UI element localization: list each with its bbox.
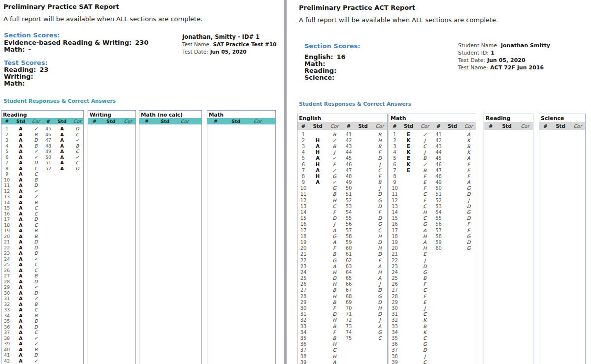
answer-row: 38A✓	[1, 335, 43, 341]
correct-answer: C	[29, 268, 43, 273]
sat-test-date-line: Test Date:Jun 05, 2020	[182, 49, 247, 55]
student-answer: A	[54, 149, 70, 154]
answer-row: 57C	[343, 227, 388, 233]
question-number: 47	[433, 168, 444, 173]
correct-answer: B	[326, 132, 343, 137]
student-answer: E	[400, 168, 417, 173]
student-answer: A	[12, 211, 29, 216]
question-number: 28	[1, 279, 12, 284]
answer-row: 28F	[389, 293, 433, 299]
answer-row: 32AB	[1, 302, 43, 307]
answer-row: 50J	[343, 185, 388, 191]
question-number: 10	[1, 177, 12, 182]
correct-answer: H	[326, 281, 343, 287]
answer-row: 51AC	[43, 160, 84, 166]
answer-row: 17AD	[1, 216, 43, 222]
question-number: 25	[389, 275, 400, 281]
question-number: 9	[389, 180, 400, 185]
score-label: English:	[304, 53, 333, 61]
answer-row: 40AB	[1, 347, 43, 353]
question-number-header: #	[433, 123, 444, 129]
answer-row: 20AB	[1, 234, 43, 240]
student-answer: A	[12, 268, 29, 273]
answer-row: 14H	[389, 209, 433, 215]
answer-row: 49B	[343, 180, 388, 185]
question-number: 20	[389, 245, 400, 251]
student-answer: A	[12, 307, 29, 312]
act-incomplete-note: A full report will be available when ALL…	[299, 16, 498, 24]
question-number: 50	[343, 185, 355, 191]
answer-row: 54F	[343, 209, 388, 215]
answer-row: 29A✓	[1, 284, 43, 290]
question-number: 51	[343, 191, 355, 197]
correct-answer: D	[29, 239, 43, 244]
correct-answer: D	[460, 215, 477, 221]
answer-row: 29B	[297, 299, 343, 305]
question-number: 17	[1, 216, 12, 222]
info-field-label: Test Name:	[458, 64, 488, 71]
student-answer-header: Std	[355, 123, 371, 129]
table-header: #StdCor	[539, 122, 585, 130]
correct-answer: ✓	[70, 137, 84, 143]
student-answer-header: Std	[101, 119, 121, 124]
table-title: Math	[389, 114, 476, 122]
sat-math-nocalc-table: Math (no calc)#StdCor	[139, 110, 202, 364]
student-answer: A	[309, 168, 326, 173]
info-field-value: ACT 72F Jun 2016	[490, 64, 544, 71]
question-number: 18	[1, 222, 12, 228]
correct-answer: J	[417, 354, 433, 359]
question-number: 16	[1, 211, 12, 216]
correct-answer: J	[417, 150, 433, 155]
correct-answer: ✓	[29, 284, 43, 290]
answer-row: 43B	[343, 143, 388, 149]
correct-answer: ✓	[417, 132, 433, 137]
question-number: 6	[1, 154, 12, 160]
question-number: 12	[1, 188, 12, 194]
score-label: Reading:	[4, 66, 36, 73]
question-number: 55	[433, 215, 444, 221]
answer-row: 28H	[297, 293, 343, 299]
student-answer: A	[12, 132, 29, 137]
student-answer: A	[12, 347, 29, 352]
correct-answer: D	[29, 290, 43, 296]
student-answer: A	[309, 155, 326, 161]
answer-row: 27B	[297, 287, 343, 293]
student-answer: A	[12, 324, 29, 330]
correct-answer: F	[326, 245, 343, 251]
answer-row: 22AD	[1, 245, 43, 251]
answer-row: 22J	[389, 257, 433, 263]
question-number: 30	[297, 305, 309, 311]
sat-test-scores-heading: Test Scores:	[4, 59, 48, 66]
correct-answer: B	[29, 273, 43, 278]
answer-row: 34F	[297, 329, 343, 335]
student-answer: A	[12, 200, 29, 205]
answer-row: 35AB	[1, 318, 43, 324]
correct-answer: D	[371, 240, 388, 245]
question-number: 24	[297, 270, 309, 275]
act-score-reading: Reading:	[304, 67, 340, 74]
sat-math-table: Math#StdCor	[207, 110, 276, 364]
question-number: 50	[43, 154, 54, 160]
answer-row: 26AC	[1, 268, 43, 273]
answer-row: 20F	[297, 245, 343, 251]
question-number: 6	[297, 162, 309, 167]
correct-answer: G	[326, 258, 343, 263]
student-answer: K	[400, 150, 417, 155]
question-number: 46	[433, 162, 444, 167]
correct-answer-header: Cor	[417, 123, 433, 129]
pane-divider[interactable]	[284, 0, 287, 364]
question-number: 2	[297, 138, 309, 143]
correct-answer: F	[460, 174, 477, 179]
answer-row: 74G	[343, 329, 388, 335]
student-answer: A	[54, 166, 70, 171]
correct-answer: C	[371, 168, 388, 173]
student-answer: H	[309, 138, 326, 143]
answer-row: 52J	[433, 197, 477, 203]
student-answer: A	[12, 279, 29, 284]
question-number: 37	[297, 347, 309, 353]
correct-answer: H	[326, 270, 343, 275]
answer-row: 9A✓	[297, 180, 343, 185]
student-answer: A	[54, 143, 70, 149]
table-header: #StdCor	[88, 118, 135, 124]
student-answer-header: Std	[12, 119, 29, 124]
